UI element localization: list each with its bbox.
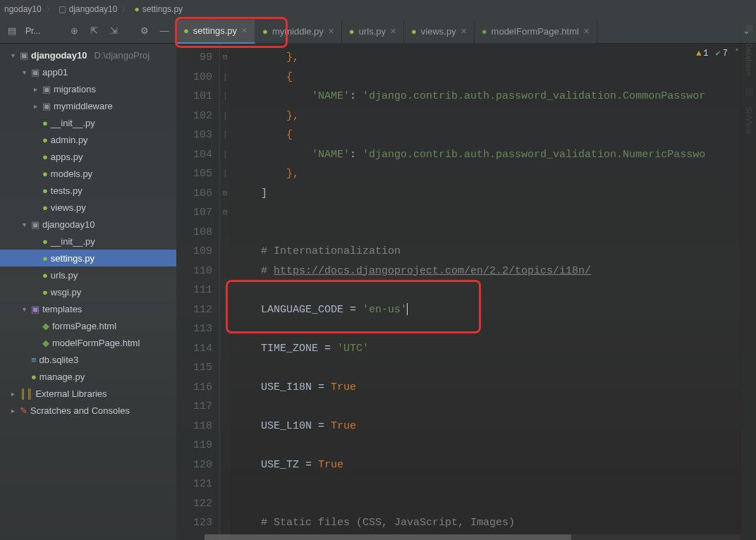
code-line[interactable] <box>236 494 756 514</box>
ok-badge[interactable]: ✔7 <box>716 48 728 59</box>
tree-chevron-icon[interactable]: ▾ <box>20 221 28 228</box>
tree-row[interactable]: ●models.py <box>0 165 176 182</box>
code-line[interactable]: USE_TZ = True <box>236 455 756 475</box>
tree-row[interactable]: ▾▣djangoday10 <box>0 216 176 233</box>
code-line[interactable]: # Static files (CSS, JavaScript, Images) <box>236 513 756 533</box>
hide-icon[interactable]: — <box>158 25 171 37</box>
scrollbar-thumb[interactable] <box>205 534 571 540</box>
warnings-badge[interactable]: ▲1 <box>696 49 708 59</box>
gear-icon[interactable]: ⚙ <box>138 25 151 37</box>
code-line[interactable] <box>236 223 756 243</box>
tree-chevron-icon[interactable]: ▸ <box>8 390 17 398</box>
check-icon: ✔ <box>716 48 721 59</box>
editor-tab[interactable]: ●views.py✕ <box>404 20 475 44</box>
tree-row[interactable]: ●admin.py <box>0 131 176 148</box>
python-file-icon: ● <box>42 168 48 179</box>
tree-row[interactable]: ▸▣migrations <box>0 80 176 97</box>
code-content[interactable]: }, { 'NAME': 'django.contrib.auth.passwo… <box>230 44 756 540</box>
code-line[interactable]: 'NAME': 'django.contrib.auth.password_va… <box>236 145 756 165</box>
editor-tab[interactable]: ●urls.py✕ <box>342 20 404 44</box>
tree-row[interactable]: ●wsgi.py <box>0 283 176 300</box>
code-editor[interactable]: 99 100 101 102 103 104 105 106 107 108 1… <box>176 44 756 540</box>
code-line[interactable] <box>236 358 756 378</box>
python-file-icon: ● <box>42 185 48 196</box>
code-line[interactable]: TIME_ZONE = 'UTC' <box>236 339 756 359</box>
code-line[interactable]: # https://docs.djangoproject.com/en/2.2/… <box>236 262 756 281</box>
fold-column[interactable]: ⊟ │ │ │ │ │ │ ⊟ ⊟ <box>220 44 230 540</box>
code-line[interactable]: USE_L10N = True <box>236 417 756 436</box>
tree-row[interactable]: ●views.py <box>0 199 176 216</box>
tree-path-suffix: D:\djangoProj <box>94 50 150 61</box>
tree-row[interactable]: ●manage.py <box>0 368 176 385</box>
project-tree[interactable]: ▾▣djangoday10D:\djangoProj▾▣app01▸▣migra… <box>0 44 176 540</box>
tree-chevron-icon[interactable]: ▸ <box>8 407 17 415</box>
code-line[interactable] <box>236 203 756 223</box>
tree-row[interactable]: ▾▣djangoday10D:\djangoProj <box>0 47 176 63</box>
code-line[interactable] <box>236 474 756 494</box>
tab-label: views.py <box>421 26 456 37</box>
breadcrumb-item[interactable]: ngoday10 <box>4 4 42 14</box>
tabs-overflow-chevron[interactable]: ⌄ <box>737 25 756 36</box>
project-view-icon[interactable]: ▤ <box>6 25 18 37</box>
code-line[interactable] <box>236 397 756 417</box>
folder-icon: ▣ <box>31 219 39 230</box>
code-line[interactable]: }, <box>236 48 756 68</box>
locate-icon[interactable]: ⊕ <box>68 25 80 37</box>
folder-icon: ▣ <box>42 84 51 94</box>
editor-tab[interactable]: ●mymiddle.py✕ <box>255 20 342 44</box>
tree-chevron-icon[interactable]: ▾ <box>20 305 28 313</box>
breadcrumb-item[interactable]: ●settings.py <box>134 4 183 14</box>
tree-row[interactable]: ≡db.sqlite3 <box>0 351 176 368</box>
code-line[interactable]: ] <box>236 184 756 204</box>
code-line[interactable]: USE_I18N = True <box>236 378 756 398</box>
tree-chevron-icon[interactable]: ▾ <box>20 68 28 76</box>
code-line[interactable]: }, <box>236 106 756 126</box>
tree-row[interactable]: ▾▣templates <box>0 300 176 317</box>
code-line[interactable] <box>236 436 756 455</box>
editor-tab[interactable]: ●settings.py✕ <box>176 20 255 44</box>
tree-row[interactable]: ▸▣mymiddleware <box>0 97 176 114</box>
tree-chevron-icon[interactable]: ▸ <box>31 102 39 110</box>
tree-chevron-icon[interactable]: ▸ <box>31 85 39 93</box>
project-tool-label[interactable]: Pr... <box>25 26 40 36</box>
tree-row[interactable]: ●urls.py <box>0 266 176 283</box>
tree-label: templates <box>42 304 82 314</box>
close-icon[interactable]: ✕ <box>461 27 467 36</box>
project-tool-header: ▤ Pr... ⊕ ⇱ ⇲ ⚙ — <box>0 25 176 37</box>
code-line[interactable]: { <box>236 125 756 145</box>
expand-all-icon[interactable]: ⇱ <box>87 25 100 37</box>
tree-row[interactable]: ▸║║External Libraries <box>0 385 176 402</box>
tab-label: settings.py <box>193 25 237 36</box>
code-line[interactable]: { <box>236 68 756 87</box>
tree-row[interactable]: ◆modelFormPage.html <box>0 334 176 351</box>
tree-row[interactable]: ●settings.py <box>0 250 176 266</box>
tree-row[interactable]: ●__init__.py <box>0 233 176 250</box>
tree-chevron-icon[interactable]: ▾ <box>8 51 17 59</box>
code-line[interactable] <box>236 319 756 339</box>
code-line[interactable]: 'NAME': 'django.contrib.auth.password_va… <box>236 87 756 106</box>
breadcrumb-separator: 〉 <box>46 4 54 16</box>
tree-row[interactable]: ●tests.py <box>0 182 176 199</box>
editor-tab[interactable]: ●modelFormPage.html✕ <box>475 20 597 44</box>
folder-icon: ▢ <box>59 4 66 14</box>
code-line[interactable]: }, <box>236 164 756 184</box>
code-line[interactable] <box>236 281 756 300</box>
tree-row[interactable]: ●apps.py <box>0 148 176 165</box>
tree-row[interactable]: ◆formsPage.html <box>0 317 176 334</box>
close-icon[interactable]: ✕ <box>583 27 590 36</box>
horizontal-scrollbar[interactable] <box>205 534 740 540</box>
tree-label: models.py <box>51 168 92 179</box>
code-line[interactable]: # Internationalization <box>236 242 756 262</box>
tree-row[interactable]: ●__init__.py <box>0 114 176 131</box>
close-icon[interactable]: ✕ <box>328 27 334 36</box>
collapse-all-icon[interactable]: ⇲ <box>107 25 120 37</box>
inspection-chevron-icon[interactable]: ˄ <box>735 48 739 59</box>
tree-row[interactable]: ▾▣app01 <box>0 63 176 80</box>
breadcrumb-item[interactable]: ▢djangoday10 <box>59 4 118 14</box>
tree-label: admin.py <box>51 135 88 145</box>
tree-row[interactable]: ▸✎Scratches and Consoles <box>0 402 176 419</box>
close-icon[interactable]: ✕ <box>241 26 248 35</box>
tree-label: app01 <box>42 67 68 78</box>
close-icon[interactable]: ✕ <box>390 27 396 36</box>
code-line[interactable]: LANGUAGE_CODE = 'en-us' <box>236 300 756 320</box>
